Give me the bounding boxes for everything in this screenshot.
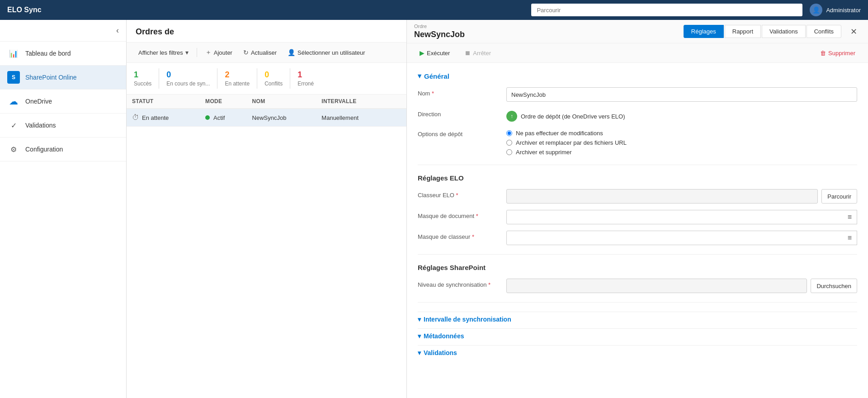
refresh-button[interactable]: ↻ Actualiser bbox=[239, 47, 281, 58]
col-interval: Intervalle bbox=[316, 95, 390, 109]
radio-archive-replace-input[interactable] bbox=[506, 140, 512, 146]
list-icon-masque-doc[interactable]: ≡ bbox=[843, 210, 857, 224]
masque-doc-label: Masque de document bbox=[418, 210, 499, 219]
tab-rapport[interactable]: Rapport bbox=[725, 25, 761, 38]
radio-no-change[interactable]: Ne pas effectuer de modifications bbox=[506, 130, 627, 137]
radio-archive-delete-input[interactable] bbox=[506, 149, 512, 155]
select-user-label: Sélectionner un utilisateur bbox=[297, 49, 365, 56]
niveau-browse-button[interactable]: Durchsuchen bbox=[811, 279, 857, 293]
name-input[interactable] bbox=[506, 87, 857, 102]
direction-label: Direction bbox=[418, 108, 499, 118]
list-icon-masque-classeur[interactable]: ≡ bbox=[843, 231, 857, 245]
panel-title-suffix bbox=[178, 27, 180, 37]
divider-1 bbox=[418, 165, 857, 165]
sidebar-item-validations[interactable]: ✓ Validations bbox=[0, 114, 126, 137]
section-general: ▾ Général bbox=[418, 72, 857, 80]
sidebar-header: ‹ bbox=[0, 20, 126, 42]
delete-button[interactable]: 🗑 Supprimer bbox=[815, 47, 861, 59]
radio-archive-delete[interactable]: Archiver et supprimer bbox=[506, 149, 627, 156]
col-actions bbox=[390, 95, 406, 109]
section-sharepoint-title: Réglages SharePoint bbox=[418, 264, 857, 271]
search-input[interactable] bbox=[531, 4, 802, 16]
mode-label: Actif bbox=[213, 114, 225, 121]
collapse-icon-general: ▾ bbox=[418, 72, 421, 80]
refresh-icon: ↻ bbox=[243, 49, 249, 56]
status-badge: ⏱ En attente bbox=[132, 114, 194, 122]
sidebar-label-validations: Validations bbox=[25, 122, 56, 129]
section-elo-title: Réglages ELO bbox=[418, 174, 857, 182]
divider-2 bbox=[418, 254, 857, 255]
play-icon: ▶ bbox=[420, 49, 425, 57]
classeur-input[interactable] bbox=[506, 189, 818, 204]
col-mode: Mode bbox=[200, 95, 246, 109]
stats-row: 1 Succès 0 En cours de syn... 2 En atten… bbox=[127, 63, 406, 95]
stat-conflict-label: Conflits bbox=[264, 81, 283, 87]
metadata-header[interactable]: ▾ Métadonnées bbox=[418, 328, 857, 343]
sidebar-collapse-button[interactable]: ‹ bbox=[114, 24, 121, 37]
sidebar-item-dashboard[interactable]: 📊 Tableau de bord bbox=[0, 42, 126, 66]
close-button[interactable]: ✕ bbox=[847, 25, 861, 38]
jobs-table: Statut Mode Nom Intervalle bbox=[127, 95, 406, 127]
col-status: Statut bbox=[127, 95, 200, 109]
cell-extra bbox=[390, 109, 406, 127]
col-name: Nom bbox=[247, 95, 316, 109]
section-validations: ▾ Validations bbox=[418, 345, 857, 360]
classeur-label: Classeur ELO bbox=[418, 189, 499, 199]
stat-waiting-label: En attente bbox=[225, 81, 250, 87]
section-general-title: Général bbox=[424, 72, 449, 80]
tab-reglages[interactable]: Réglages bbox=[684, 25, 724, 38]
stop-label: Arrêter bbox=[473, 50, 491, 57]
stop-icon: ⏹ bbox=[464, 49, 471, 57]
cell-interval: Manuellement bbox=[316, 109, 390, 127]
trash-icon: 🗑 bbox=[820, 50, 826, 57]
classeur-browse-button[interactable]: Parcourir bbox=[821, 189, 857, 204]
masque-classeur-input[interactable] bbox=[506, 231, 857, 245]
niveau-input[interactable] bbox=[506, 279, 807, 293]
collapse-icon-validations: ▾ bbox=[418, 349, 421, 356]
radio-archive-replace[interactable]: Archiver et remplacer par des fichiers U… bbox=[506, 139, 627, 146]
masque-doc-input[interactable] bbox=[506, 210, 857, 224]
sidebar-item-sharepoint[interactable]: S SharePoint Online bbox=[0, 66, 126, 90]
detail-header: Ordre NewSyncJob Réglages Rapport Valida… bbox=[407, 20, 868, 43]
detail-panel: Ordre NewSyncJob Réglages Rapport Valida… bbox=[407, 20, 868, 398]
sidebar: ‹ 📊 Tableau de bord S SharePoint Online … bbox=[0, 20, 127, 398]
toolbar-separator-1 bbox=[197, 48, 197, 57]
stat-error-label: Erroné bbox=[297, 81, 314, 87]
detail-title: NewSyncJob bbox=[414, 30, 684, 39]
execute-button[interactable]: ▶ Exécuter bbox=[414, 47, 455, 59]
filter-button[interactable]: Afficher les filtres ▾ bbox=[134, 47, 193, 58]
table-row[interactable]: ⏱ En attente Actif NewSyncJob Manuelleme… bbox=[127, 109, 406, 127]
app-title: ELO Sync bbox=[7, 6, 531, 14]
stat-error-count: 1 bbox=[297, 70, 314, 80]
sidebar-item-configuration[interactable]: ⚙ Configuration bbox=[0, 137, 126, 161]
masque-classeur-label: Masque de classeur bbox=[418, 231, 499, 240]
field-masque-classeur: Masque de classeur ≡ bbox=[418, 231, 857, 245]
field-depot-options: Options de dépôt Ne pas effectuer de mod… bbox=[418, 128, 857, 156]
user-avatar: 👤 bbox=[810, 4, 822, 16]
sidebar-item-onedrive[interactable]: ☁ OneDrive bbox=[0, 90, 126, 114]
content-area: Ordres de Afficher les filtres ▾ ＋ Ajout… bbox=[127, 20, 868, 398]
radio-archive-delete-label: Archiver et supprimer bbox=[516, 149, 572, 156]
sync-interval-header[interactable]: ▾ Intervalle de synchronisation bbox=[418, 312, 857, 327]
radio-no-change-input[interactable] bbox=[506, 130, 512, 136]
masque-doc-input-group: ≡ bbox=[506, 210, 857, 224]
chevron-down-icon: ▾ bbox=[185, 49, 189, 56]
detail-header-left: Ordre NewSyncJob bbox=[414, 24, 684, 39]
panel-title: Ordres de bbox=[136, 27, 174, 37]
sidebar-label-sharepoint: SharePoint Online bbox=[25, 74, 77, 81]
collapse-icon-metadata: ▾ bbox=[418, 332, 421, 340]
breadcrumb: Ordre bbox=[414, 24, 684, 29]
select-user-button[interactable]: 👤 Sélectionner un utilisateur bbox=[283, 47, 370, 58]
stat-syncing: 0 En cours de syn... bbox=[159, 68, 217, 89]
niveau-label: Niveau de synchronisation bbox=[418, 279, 499, 288]
divider-3 bbox=[418, 302, 857, 303]
tab-validations[interactable]: Validations bbox=[762, 25, 806, 38]
add-button[interactable]: ＋ Ajouter bbox=[201, 46, 237, 59]
jobs-table-container: Statut Mode Nom Intervalle bbox=[127, 95, 406, 398]
validations-header[interactable]: ▾ Validations bbox=[418, 345, 857, 360]
plus-icon: ＋ bbox=[205, 48, 212, 57]
stop-button[interactable]: ⏹ Arrêter bbox=[459, 47, 496, 59]
mode-dot bbox=[205, 115, 210, 120]
depot-options-group: Ne pas effectuer de modifications Archiv… bbox=[506, 128, 627, 156]
tab-conflits[interactable]: Conflits bbox=[807, 25, 841, 38]
